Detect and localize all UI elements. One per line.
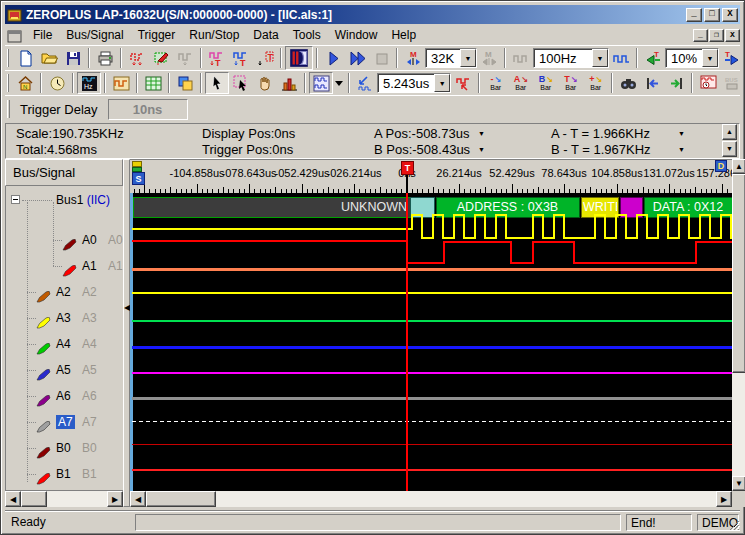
scroll-down-button[interactable]: ▼	[732, 476, 745, 491]
b-bar-button[interactable]: B↘Bar	[533, 72, 558, 94]
scroll-left-button[interactable]: ◀	[5, 491, 21, 507]
vscroll-thumb[interactable]	[732, 174, 745, 373]
refresh-timer-button[interactable]	[696, 72, 720, 94]
zoom-percent-combo[interactable]: 10% ▼	[665, 48, 719, 68]
tree-hscroll-thumb[interactable]	[21, 491, 47, 507]
trigger-delay-value[interactable]: 10ns	[108, 99, 188, 120]
scroll-left-button[interactable]: ◀	[130, 491, 146, 507]
pattern-display-button[interactable]	[309, 72, 333, 94]
toolbar-grip[interactable]	[7, 49, 9, 67]
menu-item-trigger[interactable]: Trigger	[131, 27, 183, 43]
s-bar-marker[interactable]: S	[132, 172, 145, 185]
mdi-restore-button[interactable]: ❐	[709, 29, 724, 42]
home-button[interactable]: N	[13, 72, 37, 94]
waveform-window-button[interactable]	[109, 72, 133, 94]
signal-row-a0[interactable]: A0A0	[6, 227, 123, 253]
waveform-hscrollbar[interactable]: ◀ ▶	[130, 491, 745, 507]
b-t-dropdown[interactable]: ▼	[674, 141, 689, 156]
listing-window-button[interactable]	[141, 72, 165, 94]
menu-item-bus-signal[interactable]: Bus/Signal	[59, 27, 130, 43]
hand-pan-button[interactable]	[253, 72, 277, 94]
a-bar-button[interactable]: A↘Bar	[508, 72, 533, 94]
run-button[interactable]	[321, 47, 345, 69]
signal-row-b1[interactable]: B1B1	[6, 461, 123, 487]
minimize-button[interactable]: _	[686, 8, 702, 22]
hscroll-thumb[interactable]	[146, 491, 216, 507]
delay-trigger-button[interactable]: T	[253, 47, 277, 69]
print-button[interactable]	[93, 47, 117, 69]
goto-trigger-right-button[interactable]: T	[719, 47, 743, 69]
goto-trigger-left-button[interactable]: T	[641, 47, 665, 69]
frequency-view-toggle[interactable]: Hz	[77, 72, 101, 94]
menu-item-tools[interactable]: Tools	[286, 27, 328, 43]
menu-item-data[interactable]: Data	[246, 27, 285, 43]
menu-item-help[interactable]: Help	[384, 27, 423, 43]
toolbar-grip[interactable]	[7, 100, 10, 118]
navigator-button[interactable]	[173, 72, 197, 94]
trigger-mark-button[interactable]	[149, 47, 173, 69]
sampling-depth-combo[interactable]: 32K ▼	[425, 48, 477, 68]
document-icon[interactable]	[7, 29, 22, 42]
open-file-button[interactable]	[37, 47, 61, 69]
bus-signal-header[interactable]: Bus/Signal	[5, 159, 123, 186]
b-pos-dropdown[interactable]: ▼	[474, 141, 489, 156]
pattern-trigger-button[interactable]: T	[229, 47, 253, 69]
time-ruler[interactable]: -104.858us-078.643us-052.429us-026.214us…	[130, 159, 732, 193]
frequency-combo[interactable]: 100Hz ▼	[533, 48, 609, 68]
chevron-down-icon[interactable]: ▼	[592, 49, 608, 67]
a-t-dropdown[interactable]: ▼	[674, 125, 689, 140]
panel-splitter[interactable]: ◀	[123, 159, 130, 507]
mdi-close-button[interactable]: X	[725, 29, 740, 42]
signal-row-a7[interactable]: A7A7	[6, 409, 123, 435]
menu-item-window[interactable]: Window	[328, 27, 385, 43]
toolbar-grip[interactable]	[7, 74, 9, 92]
scroll-right-button[interactable]: ▶	[107, 491, 123, 507]
clock-button[interactable]	[45, 72, 69, 94]
goto-end-button[interactable]	[664, 72, 688, 94]
signal-row-a4[interactable]: A4A4	[6, 331, 123, 357]
zoom-to-time-button[interactable]	[353, 72, 377, 94]
maximize-button[interactable]: □	[704, 8, 720, 22]
scroll-up-button[interactable]: ▲	[732, 159, 745, 174]
signal-row-a6[interactable]: A6A6	[6, 383, 123, 409]
a-pos-dropdown[interactable]: ▼	[474, 125, 489, 140]
waveform-canvas[interactable]: UNKNOWNADDRESS : 0X3BWRITEDATA : 0X12	[130, 193, 732, 491]
goto-start-button[interactable]	[640, 72, 664, 94]
sampling-setup-button[interactable]	[125, 47, 149, 69]
add-bar-button[interactable]: +↘Bar	[583, 72, 608, 94]
tree-hscrollbar[interactable]: ◀ ▶	[5, 491, 123, 507]
new-file-button[interactable]	[13, 47, 37, 69]
find-button[interactable]	[616, 72, 640, 94]
t-bar-button[interactable]: T↘Bar	[558, 72, 583, 94]
goto-trigger-wave-button[interactable]	[451, 72, 475, 94]
bus-row-bus1[interactable]: Bus1 (IIC)	[6, 187, 123, 213]
signal-row-a2[interactable]: A2A2	[6, 279, 123, 305]
bar-chart-button[interactable]	[277, 72, 301, 94]
chevron-down-icon[interactable]: ▼	[434, 74, 450, 92]
chevron-down-icon[interactable]: ▼	[702, 49, 718, 67]
repetitive-run-button[interactable]	[345, 47, 369, 69]
d-bar-marker[interactable]: D	[715, 160, 727, 172]
memory-sampling-button[interactable]: M	[401, 47, 425, 69]
menu-item-file[interactable]: File	[26, 27, 59, 43]
waveform-vscrollbar[interactable]: ▲ ▼	[732, 159, 745, 491]
time-division-combo[interactable]: 5.243us ▼	[377, 73, 451, 93]
chevron-down-icon[interactable]: ▼	[460, 49, 476, 67]
collapse-minus-icon[interactable]	[11, 195, 20, 204]
signal-row-a1[interactable]: A1A1	[6, 253, 123, 279]
remove-bar-button[interactable]: -↘Bar	[483, 72, 508, 94]
bus-trigger-button[interactable]: T	[205, 47, 229, 69]
multi-select-button[interactable]	[229, 72, 253, 94]
signal-row-b0[interactable]: B0B0	[6, 435, 123, 461]
close-button[interactable]: X	[722, 8, 738, 22]
scroll-right-button[interactable]: ▶	[716, 491, 732, 507]
pattern-dropdown-arrow[interactable]	[333, 72, 345, 94]
save-button[interactable]	[61, 47, 85, 69]
resize-grip[interactable]	[728, 519, 740, 531]
info-scroll-down-button[interactable]: ▼	[722, 141, 737, 157]
signal-row-a3[interactable]: A3A3	[6, 305, 123, 331]
trigger-marker[interactable]: T	[401, 161, 414, 175]
menu-item-run-stop[interactable]: Run/Stop	[182, 27, 246, 43]
square-wave-button[interactable]	[609, 47, 633, 69]
compression-toggle-button[interactable]	[285, 46, 313, 70]
